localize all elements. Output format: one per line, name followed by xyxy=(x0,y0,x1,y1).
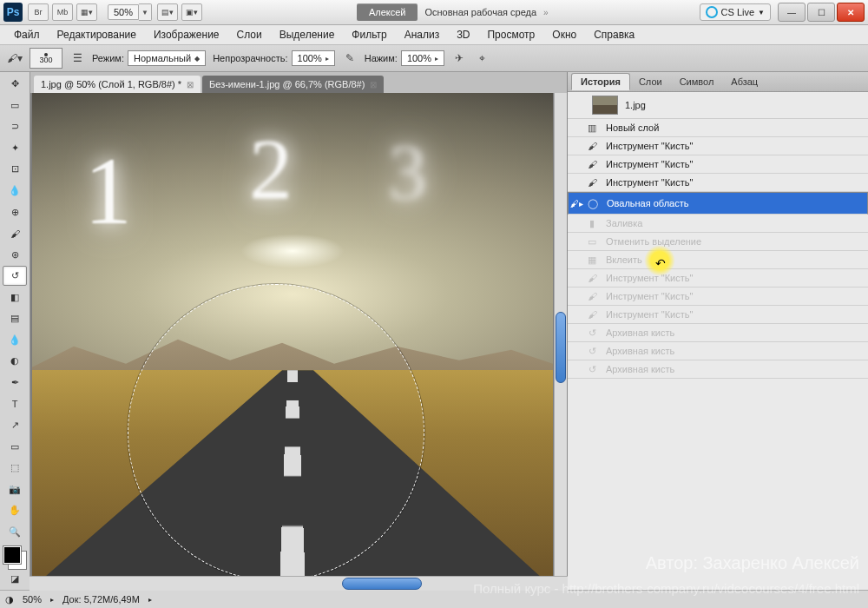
tool-eyedrop[interactable]: 💧 xyxy=(3,181,27,202)
vertical-scroll-thumb[interactable] xyxy=(556,312,566,383)
pressure-opacity-button[interactable]: ✎ xyxy=(342,50,358,66)
tool-lasso[interactable]: ⊃ xyxy=(3,116,27,137)
elliptical-marquee[interactable] xyxy=(128,284,424,581)
tool-dodge[interactable]: ◐ xyxy=(3,351,27,372)
history-step-label: Инструмент "Кисть" xyxy=(606,177,693,188)
canvas-viewport[interactable]: 1 2 3 xyxy=(30,93,567,590)
history-step[interactable]: ▥Новый слой xyxy=(568,119,868,137)
close-tab-icon[interactable]: ⊠ xyxy=(370,80,377,89)
panel-tab-История[interactable]: История xyxy=(571,73,630,90)
status-zoom[interactable]: 50% xyxy=(23,594,42,605)
menu-файл[interactable]: Файл xyxy=(5,26,49,43)
maximize-button[interactable]: ☐ xyxy=(807,3,835,22)
menu-выделение[interactable]: Выделение xyxy=(271,26,344,43)
history-step[interactable]: 🖌Инструмент "Кисть" xyxy=(568,155,868,174)
document-tab[interactable]: Без-имени-1.jpg @ 66,7% (RGB/8#)⊠ xyxy=(202,76,384,93)
close-tab-icon[interactable]: ⊠ xyxy=(187,80,194,89)
menu-редактирование[interactable]: Редактирование xyxy=(49,26,145,43)
document-tab[interactable]: 1.jpg @ 50% (Слой 1, RGB/8#) *⊠ xyxy=(34,76,201,93)
workspace-more-icon[interactable]: » xyxy=(543,8,549,17)
history-step[interactable]: ↺Архивная кисть xyxy=(568,342,868,360)
history-step[interactable]: 🖌▸◯Овальная область xyxy=(568,192,868,215)
tool-3d[interactable]: ⬚ xyxy=(3,458,27,479)
brush-preview[interactable]: 300 xyxy=(30,48,62,69)
fg-color-swatch[interactable] xyxy=(3,546,21,564)
canvas[interactable]: 1 2 3 xyxy=(32,93,553,588)
tool-stamp[interactable]: ⊛ xyxy=(3,244,27,265)
menu-окно[interactable]: Окно xyxy=(543,26,585,43)
tool-brush[interactable]: 🖌 xyxy=(3,223,27,244)
bridge-button[interactable]: Br xyxy=(28,3,49,21)
quickmask-button[interactable]: ◪ xyxy=(3,569,27,590)
history-step[interactable]: ↺Архивная кисть xyxy=(568,324,868,342)
tool-marquee[interactable]: ▭ xyxy=(3,96,27,116)
horizontal-scrollbar[interactable] xyxy=(30,576,568,591)
color-swatches[interactable] xyxy=(3,546,26,568)
history-step[interactable]: 🖌Инструмент "Кисть" xyxy=(568,174,868,192)
user-button[interactable]: Алексей xyxy=(357,3,418,21)
zoom-level[interactable]: 50% xyxy=(108,4,139,20)
menu-анализ[interactable]: Анализ xyxy=(396,26,449,43)
history-step[interactable]: 🖌Инструмент "Кисть" xyxy=(568,137,868,155)
history-step-label: Новый слой xyxy=(606,122,659,133)
tool-gradient[interactable]: ▤ xyxy=(3,308,27,329)
tool-path[interactable]: ↗ xyxy=(3,415,27,436)
history-step[interactable]: ▦Вклеить xyxy=(568,251,868,269)
tool-history-brush[interactable]: ↺ xyxy=(3,266,27,287)
fill-icon: ▮ xyxy=(585,218,599,229)
tool-blur[interactable]: 💧 xyxy=(3,330,27,351)
panel-tab-Слои[interactable]: Слои xyxy=(630,74,671,89)
tool-move[interactable]: ✥ xyxy=(3,74,27,95)
cslive-button[interactable]: CS Live ▼ xyxy=(700,3,771,21)
panels: ИсторияСлоиСимволАбзац 1.jpg ▥Новый слой… xyxy=(567,72,868,590)
history-step[interactable]: 🖌Инструмент "Кисть" xyxy=(568,306,868,324)
dropdown-arrow-icon: ▸ xyxy=(435,55,438,63)
zoom-dropdown-icon[interactable]: ▼ xyxy=(139,3,152,21)
painted-numeral-3: 3 xyxy=(388,128,427,217)
horizontal-scroll-thumb[interactable] xyxy=(342,578,422,590)
opacity-input[interactable]: 100% ▸ xyxy=(292,50,335,66)
tool-wand[interactable]: ✦ xyxy=(3,138,27,159)
history-panel[interactable]: 1.jpg ▥Новый слой🖌Инструмент "Кисть"🖌Инс… xyxy=(568,92,868,590)
view-extras-button[interactable]: ▦▾ xyxy=(76,3,97,21)
arrange-docs-button[interactable]: ▤▾ xyxy=(157,3,178,21)
blend-mode-select[interactable]: Нормальный ◆ xyxy=(128,50,206,66)
airbrush-button[interactable]: ✈ xyxy=(451,50,467,66)
tool-zoom[interactable]: 🔍 xyxy=(3,521,27,542)
minimize-button[interactable]: — xyxy=(778,3,806,22)
tool-hand[interactable]: ✋ xyxy=(3,500,27,521)
tool-3dcam[interactable]: 📷 xyxy=(3,479,27,499)
tool-type[interactable]: T xyxy=(3,393,27,414)
menu-фильтр[interactable]: Фильтр xyxy=(343,26,395,43)
tool-shape[interactable]: ▭ xyxy=(3,436,27,457)
workspace-label[interactable]: Основная рабочая среда xyxy=(424,7,536,17)
panel-tab-Абзац[interactable]: Абзац xyxy=(722,74,766,89)
history-step[interactable]: ▭Отменить выделение xyxy=(568,233,868,251)
document-tab-label: Без-имени-1.jpg @ 66,7% (RGB/8#) xyxy=(209,79,365,89)
menu-просмотр[interactable]: Просмотр xyxy=(478,26,543,43)
brush-panel-button[interactable]: ☰ xyxy=(69,50,85,66)
tool-crop[interactable]: ⊡ xyxy=(3,159,27,180)
history-step[interactable]: 🖌Инструмент "Кисть" xyxy=(568,287,868,306)
history-step[interactable]: ↺Архивная кисть xyxy=(568,360,868,379)
menu-слои[interactable]: Слои xyxy=(228,26,271,43)
flow-input[interactable]: 100% ▸ xyxy=(401,50,444,66)
layer-icon: ▥ xyxy=(585,122,599,134)
menu-3d[interactable]: 3D xyxy=(448,26,478,43)
menu-справка[interactable]: Справка xyxy=(585,26,643,43)
panel-tab-Символ[interactable]: Символ xyxy=(671,74,723,89)
menu-изображение[interactable]: Изображение xyxy=(145,26,228,43)
pressure-size-button[interactable]: ⌖ xyxy=(474,50,490,66)
options-bar: 🖌▾ 300 ☰ Режим: Нормальный ◆ Непрозрачно… xyxy=(0,45,868,72)
tool-preset-icon[interactable]: 🖌▾ xyxy=(7,50,23,66)
screen-mode-button[interactable]: ▣▾ xyxy=(181,3,202,21)
history-step[interactable]: ▮Заливка xyxy=(568,215,868,233)
minibridge-button[interactable]: Mb xyxy=(52,3,73,21)
tool-heal[interactable]: ⊕ xyxy=(3,202,27,222)
history-step[interactable]: 🖌Инструмент "Кисть" xyxy=(568,269,868,287)
history-snapshot[interactable]: 1.jpg xyxy=(568,92,868,119)
vertical-scrollbar[interactable] xyxy=(554,93,567,590)
close-button[interactable]: ✕ xyxy=(837,3,865,22)
tool-eraser[interactable]: ◧ xyxy=(3,287,27,307)
tool-pen[interactable]: ✒ xyxy=(3,373,27,393)
